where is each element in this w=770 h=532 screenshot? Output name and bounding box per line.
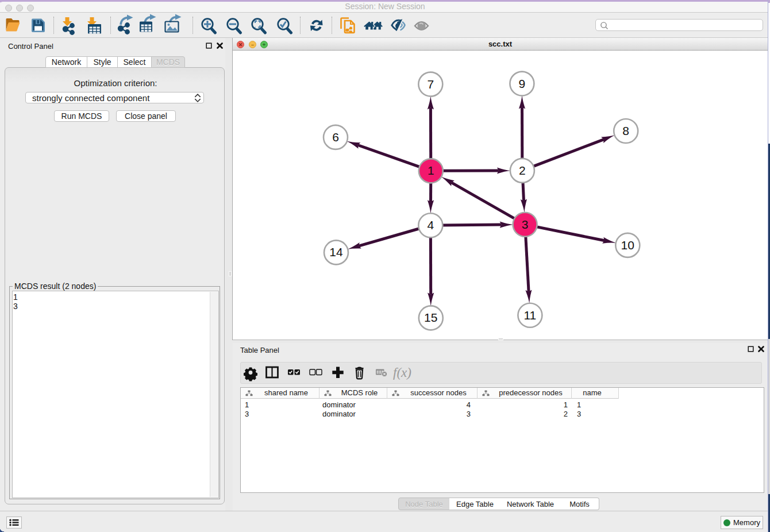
svg-text:f(x): f(x) xyxy=(393,365,411,380)
svg-text:4: 4 xyxy=(427,218,434,232)
svg-text:1: 1 xyxy=(428,164,434,177)
svg-text:8: 8 xyxy=(622,124,629,137)
svg-text:7: 7 xyxy=(427,78,434,91)
svg-text:9: 9 xyxy=(519,77,526,90)
svg-text:3: 3 xyxy=(522,218,529,231)
svg-text:15: 15 xyxy=(424,311,437,324)
svg-text:11: 11 xyxy=(523,309,536,322)
svg-text:14: 14 xyxy=(329,245,343,259)
svg-text:2: 2 xyxy=(519,164,526,177)
svg-text:6: 6 xyxy=(332,130,339,144)
svg-text:10: 10 xyxy=(621,238,634,252)
